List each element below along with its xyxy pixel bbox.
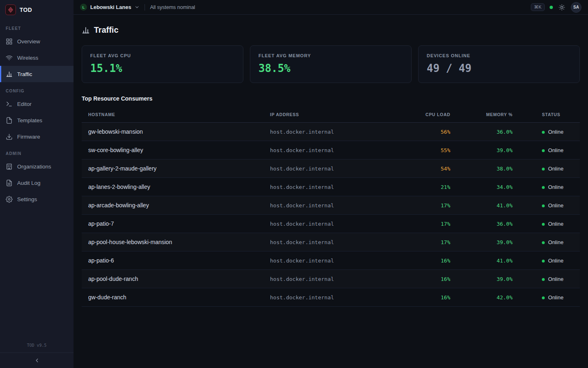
memory-cell: 42.0%	[450, 288, 513, 307]
stat-card-devices-online: DEVICES ONLINE 49 / 49	[418, 45, 580, 83]
sidebar-item-label: Organizations	[17, 164, 51, 170]
column-header-hostname: HOSTNAME	[82, 107, 263, 123]
sidebar: TOD FLEET Overview Wireless	[0, 0, 74, 368]
table-row[interactable]: gw-dude-ranch host.docker.internal 16% 4…	[82, 288, 580, 307]
consumers-table-body: gw-lebowski-mansion host.docker.internal…	[82, 123, 580, 307]
table-header: HOSTNAME IP ADDRESS CPU LOAD MEMORY % ST…	[82, 107, 580, 123]
ip-address-cell: host.docker.internal	[263, 288, 395, 307]
top-bar: L Lebowski Lanes All systems nominal ⌘K …	[74, 0, 588, 15]
memory-cell: 41.0%	[450, 196, 513, 215]
cpu-load-cell: 17%	[396, 196, 450, 215]
ip-address-cell: host.docker.internal	[263, 215, 395, 233]
cpu-load-cell: 16%	[396, 288, 450, 307]
user-avatar[interactable]: SA	[571, 2, 581, 13]
table-row[interactable]: ap-patio-6 host.docker.internal 16% 41.0…	[82, 251, 580, 270]
status-label: Online	[548, 184, 564, 190]
grid-icon	[6, 38, 13, 45]
sidebar-item-label: Firmware	[17, 134, 40, 140]
system-status: All systems nominal	[150, 4, 195, 10]
online-status-dot	[542, 186, 545, 189]
sidebar-item-label: Audit Log	[17, 180, 40, 186]
online-status-dot	[542, 278, 545, 281]
sidebar-item-templates[interactable]: Templates	[0, 112, 74, 128]
online-status-dot	[542, 149, 545, 152]
stat-value: 15.1%	[90, 62, 235, 74]
gear-icon	[6, 196, 13, 203]
sidebar-section-fleet: FLEET	[0, 26, 74, 31]
stat-label: FLEET AVG CPU	[90, 53, 235, 58]
page-content: Traffic FLEET AVG CPU 15.1% FLEET AVG ME…	[74, 15, 588, 368]
sidebar-item-organizations[interactable]: Organizations	[0, 158, 74, 175]
table-row[interactable]: ap-gallery-2-maude-gallery host.docker.i…	[82, 159, 580, 178]
table-row[interactable]: ap-arcade-bowling-alley host.docker.inte…	[82, 196, 580, 215]
sidebar-item-traffic[interactable]: Traffic	[0, 66, 74, 82]
hostname-cell: ap-arcade-bowling-alley	[82, 196, 263, 215]
cpu-load-cell: 55%	[396, 141, 450, 159]
sun-icon	[559, 4, 565, 11]
file-text-icon	[6, 180, 13, 186]
app-name: TOD	[20, 7, 32, 13]
memory-cell: 36.0%	[450, 215, 513, 233]
sidebar-collapse-button[interactable]	[0, 352, 74, 368]
bar-chart-icon	[6, 71, 13, 78]
sidebar-item-editor[interactable]: Editor	[0, 96, 74, 112]
cpu-load-cell: 21%	[396, 178, 450, 196]
sidebar-item-wireless[interactable]: Wireless	[0, 49, 74, 66]
table-row[interactable]: ap-lanes-2-bowling-alley host.docker.int…	[82, 178, 580, 196]
status-cell: Online	[512, 123, 580, 141]
table-row[interactable]: ap-pool-house-lebowski-mansion host.dock…	[82, 233, 580, 251]
status-label: Online	[548, 202, 564, 209]
chevron-left-icon	[34, 357, 40, 364]
cpu-load-cell: 16%	[396, 270, 450, 288]
cpu-load-cell: 17%	[396, 215, 450, 233]
sidebar-item-overview[interactable]: Overview	[0, 33, 74, 49]
sidebar-item-settings[interactable]: Settings	[0, 191, 74, 207]
memory-cell: 41.0%	[450, 251, 513, 270]
ip-address-cell: host.docker.internal	[263, 233, 395, 251]
wifi-icon	[6, 54, 13, 61]
status-label: Online	[548, 166, 564, 172]
terminal-icon	[6, 101, 13, 108]
status-cell: Online	[512, 251, 580, 270]
hostname-cell: gw-dude-ranch	[82, 288, 263, 307]
status-cell: Online	[512, 178, 580, 196]
ip-address-cell: host.docker.internal	[263, 141, 395, 159]
table-row[interactable]: ap-patio-7 host.docker.internal 17% 36.0…	[82, 215, 580, 233]
status-label: Online	[548, 239, 564, 245]
org-avatar: L	[80, 4, 87, 11]
sidebar-item-audit-log[interactable]: Audit Log	[0, 175, 74, 191]
memory-cell: 39.0%	[450, 141, 513, 159]
table-row[interactable]: ap-pool-dude-ranch host.docker.internal …	[82, 270, 580, 288]
hostname-cell: ap-pool-house-lebowski-mansion	[82, 233, 263, 251]
stat-label: DEVICES ONLINE	[427, 53, 571, 58]
file-icon	[6, 117, 13, 124]
stats-row: FLEET AVG CPU 15.1% FLEET AVG MEMORY 38.…	[82, 45, 580, 83]
page-title: Traffic	[94, 25, 118, 35]
org-name: Lebowski Lanes	[90, 4, 131, 10]
ip-address-cell: host.docker.internal	[263, 178, 395, 196]
column-header-memory: MEMORY %	[450, 107, 513, 123]
cpu-load-cell: 54%	[396, 159, 450, 178]
status-label: Online	[548, 221, 564, 227]
main-area: L Lebowski Lanes All systems nominal ⌘K …	[74, 0, 588, 368]
online-status-dot	[542, 260, 545, 263]
status-cell: Online	[512, 288, 580, 307]
org-switcher[interactable]: L Lebowski Lanes	[80, 4, 140, 11]
status-cell: Online	[512, 215, 580, 233]
sidebar-section-admin: ADMIN	[0, 151, 74, 156]
memory-cell: 34.0%	[450, 178, 513, 196]
bar-chart-icon	[82, 26, 90, 34]
sidebar-section-config: CONFIG	[0, 89, 74, 93]
stat-label: FLEET AVG MEMORY	[258, 53, 403, 58]
command-palette-hint[interactable]: ⌘K	[531, 3, 545, 11]
status-label: Online	[548, 258, 564, 264]
table-row[interactable]: gw-lebowski-mansion host.docker.internal…	[82, 123, 580, 141]
hostname-cell: sw-core-bowling-alley	[82, 141, 263, 159]
stat-card-fleet-avg-memory: FLEET AVG MEMORY 38.5%	[250, 45, 412, 83]
theme-toggle-button[interactable]	[558, 3, 566, 11]
table-row[interactable]: sw-core-bowling-alley host.docker.intern…	[82, 141, 580, 159]
app-logo[interactable]: TOD	[0, 0, 74, 20]
sidebar-item-firmware[interactable]: Firmware	[0, 128, 74, 145]
ip-address-cell: host.docker.internal	[263, 123, 395, 141]
stat-card-fleet-avg-cpu: FLEET AVG CPU 15.1%	[82, 45, 243, 83]
